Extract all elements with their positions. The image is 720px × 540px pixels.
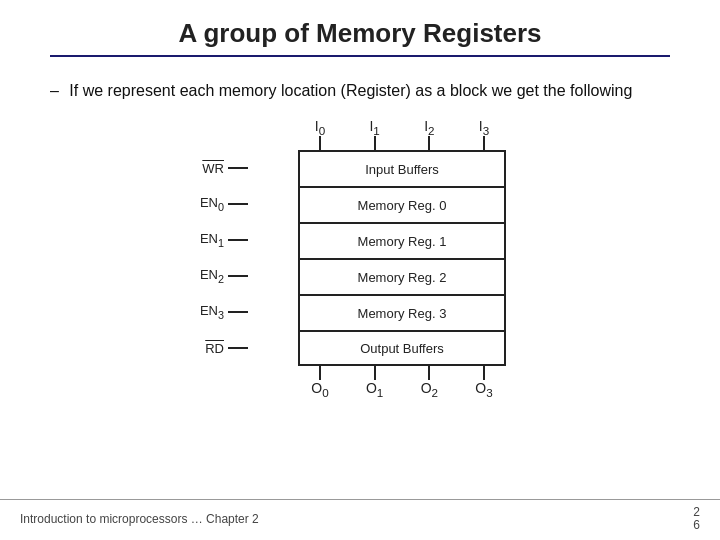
title-underline: [50, 55, 670, 57]
mem-reg-1-box: Memory Reg. 1: [298, 222, 506, 258]
vline-2: [428, 136, 430, 150]
input-label-3: I3: [462, 118, 506, 137]
en0-label: EN0: [180, 195, 228, 213]
en2-line: [228, 275, 248, 277]
diagram: I0 I1 I2 I3 WR EN0: [180, 118, 540, 433]
output-label-3: O3: [462, 380, 506, 399]
box-group: Input Buffers Memory Reg. 0 Memory Reg. …: [298, 150, 506, 366]
mem-reg-3-box: Memory Reg. 3: [298, 294, 506, 330]
input-label-1: I1: [353, 118, 397, 137]
vline-out-3: [483, 366, 485, 380]
en1-label: EN1: [180, 231, 228, 249]
wr-signal-row: WR: [180, 150, 248, 186]
vline-out-0: [319, 366, 321, 380]
en1-line: [228, 239, 248, 241]
output-label-0: O0: [298, 380, 342, 399]
en3-label: EN3: [180, 303, 228, 321]
page-title: A group of Memory Registers: [30, 18, 690, 49]
en1-signal-row: EN1: [180, 222, 248, 258]
subtitle: – If we represent each memory location (…: [0, 65, 720, 102]
footer: Introduction to microprocessors … Chapte…: [0, 499, 720, 540]
en0-signal-row: EN0: [180, 186, 248, 222]
vline-out-2: [428, 366, 430, 380]
input-label-0: I0: [298, 118, 342, 137]
en2-signal-row: EN2: [180, 258, 248, 294]
input-buffers-box: Input Buffers: [298, 150, 506, 186]
footer-right: 26: [693, 506, 700, 532]
page: A group of Memory Registers – If we repr…: [0, 0, 720, 540]
mem-reg-2-box: Memory Reg. 2: [298, 258, 506, 294]
vline-1: [374, 136, 376, 150]
rd-line: [228, 347, 248, 349]
input-vertical-lines: [298, 136, 506, 150]
rd-signal-row: RD: [180, 330, 248, 366]
vline-0: [319, 136, 321, 150]
wr-label: WR: [180, 161, 228, 176]
en0-line: [228, 203, 248, 205]
title-area: A group of Memory Registers: [0, 0, 720, 65]
wr-line: [228, 167, 248, 169]
subtitle-text: If we represent each memory location (Re…: [69, 82, 632, 99]
diagram-area: I0 I1 I2 I3 WR EN0: [0, 102, 720, 498]
output-label-1: O1: [353, 380, 397, 399]
input-label-2: I2: [407, 118, 451, 137]
output-vertical-lines: [298, 366, 506, 380]
mem-reg-0-box: Memory Reg. 0: [298, 186, 506, 222]
footer-left: Introduction to microprocessors … Chapte…: [20, 512, 259, 526]
vline-3: [483, 136, 485, 150]
en3-signal-row: EN3: [180, 294, 248, 330]
output-labels: O0 O1 O2 O3: [298, 380, 506, 399]
en2-label: EN2: [180, 267, 228, 285]
rd-label: RD: [180, 341, 228, 356]
subtitle-dash: –: [50, 82, 59, 99]
input-labels: I0 I1 I2 I3: [298, 118, 506, 137]
output-buffers-box: Output Buffers: [298, 330, 506, 366]
en3-line: [228, 311, 248, 313]
output-label-2: O2: [407, 380, 451, 399]
vline-out-1: [374, 366, 376, 380]
